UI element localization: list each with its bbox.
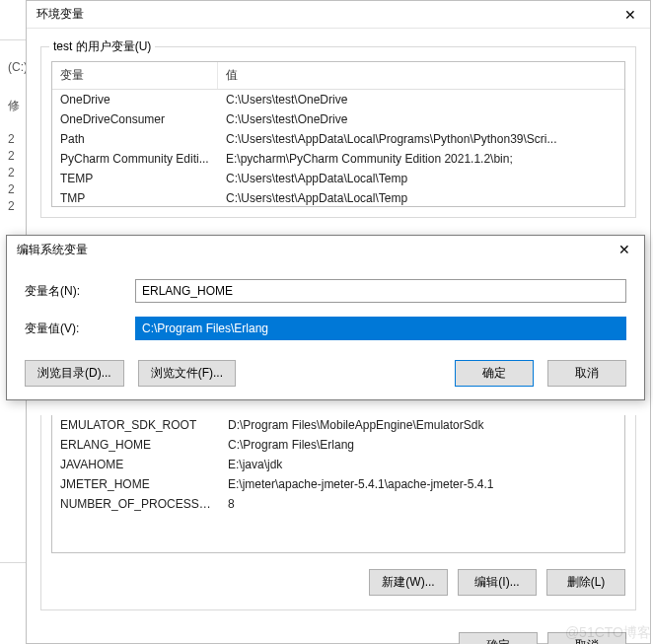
table-row[interactable]: EMULATOR_SDK_ROOTD:\Program Files\Mobile… <box>52 415 624 435</box>
bg-text: 2 <box>8 182 26 196</box>
delete-button[interactable]: 删除(L) <box>546 569 625 596</box>
table-row[interactable]: OneDriveConsumerC:\Users\test\OneDrive <box>52 109 624 129</box>
group-legend: test 的用户变量(U) <box>49 38 155 55</box>
cell-name: OneDrive <box>52 90 218 109</box>
browse-directory-button[interactable]: 浏览目录(D)... <box>25 360 124 387</box>
cell-name: OneDriveConsumer <box>52 109 218 129</box>
new-button[interactable]: 新建(W)... <box>369 569 448 596</box>
cell-value: E:\java\jdk <box>220 455 624 474</box>
close-icon[interactable]: ✕ <box>611 1 650 29</box>
system-variables-table[interactable]: EMULATOR_SDK_ROOTD:\Program Files\Mobile… <box>51 415 625 553</box>
bg-text: 2 <box>8 199 26 213</box>
variable-value-label: 变量值(V): <box>25 321 135 337</box>
cell-name: JMETER_HOME <box>52 474 220 494</box>
user-variables-group: test 的用户变量(U) 变量 值 OneDriveC:\Users\test… <box>40 46 636 218</box>
cell-value: D:\Program Files\MobileAppEngine\Emulato… <box>220 415 624 435</box>
cell-name: PyCharm Community Editi... <box>52 149 218 169</box>
cell-name: ERLANG_HOME <box>52 435 220 455</box>
table-row[interactable]: ERLANG_HOMEC:\Program Files\Erlang <box>52 435 624 455</box>
edit-system-variable-dialog: 编辑系统变量 ✕ 变量名(N): 变量值(V): 浏览目录(D)... 浏览文件… <box>6 235 645 400</box>
titlebar[interactable]: 环境变量 ✕ <box>27 1 650 29</box>
cell-value: C:\Users\test\OneDrive <box>218 109 624 129</box>
column-header-value[interactable]: 值 <box>218 62 624 89</box>
cell-name: TMP <box>52 188 218 207</box>
cell-value: C:\Users\test\OneDrive <box>218 90 624 109</box>
cell-name: Path <box>52 129 218 149</box>
cell-name: TEMP <box>52 169 218 188</box>
system-variables-group: EMULATOR_SDK_ROOTD:\Program Files\Mobile… <box>40 415 636 610</box>
table-row[interactable]: OneDriveC:\Users\test\OneDrive <box>52 90 624 109</box>
edit-button[interactable]: 编辑(I)... <box>458 569 537 596</box>
user-variables-table[interactable]: 变量 值 OneDriveC:\Users\test\OneDriveOneDr… <box>51 61 625 207</box>
variable-value-input[interactable] <box>135 317 626 340</box>
ok-button[interactable]: 确定 <box>455 360 534 387</box>
ok-button[interactable]: 确定 <box>459 632 538 644</box>
cell-value: 8 <box>220 494 624 514</box>
table-row[interactable]: JMETER_HOMEE:\jmeter\apache-jmeter-5.4.1… <box>52 474 624 494</box>
close-icon[interactable]: ✕ <box>605 236 644 263</box>
table-row[interactable]: NUMBER_OF_PROCESSORS8 <box>52 494 624 514</box>
cell-name: JAVAHOME <box>52 455 220 474</box>
bg-text: 2 <box>8 166 26 179</box>
dialog-title: 编辑系统变量 <box>17 242 605 258</box>
cell-value: C:\Users\test\AppData\Local\Temp <box>218 169 624 188</box>
table-row[interactable]: PathC:\Users\test\AppData\Local\Programs… <box>52 129 624 149</box>
watermark: @51CTO博客 <box>565 624 651 642</box>
background-strip: (C:) 修 2 2 2 2 2 <box>0 49 26 247</box>
cell-value: E:\jmeter\apache-jmeter-5.4.1\apache-jme… <box>220 474 624 494</box>
dialog-title: 环境变量 <box>36 6 611 23</box>
cell-value: C:\Users\test\AppData\Local\Temp <box>218 188 624 207</box>
table-row[interactable]: TEMPC:\Users\test\AppData\Local\Temp <box>52 169 624 188</box>
variable-name-input[interactable] <box>135 279 626 303</box>
bg-text: (C:) <box>8 60 26 74</box>
column-header-name[interactable]: 变量 <box>52 62 218 89</box>
cancel-button[interactable]: 取消 <box>547 360 626 387</box>
cell-value: C:\Users\test\AppData\Local\Programs\Pyt… <box>218 129 624 149</box>
cell-name: EMULATOR_SDK_ROOT <box>52 415 220 435</box>
variable-name-label: 变量名(N): <box>25 283 135 300</box>
bg-text: 2 <box>8 132 26 146</box>
table-row[interactable]: JAVAHOMEE:\java\jdk <box>52 455 624 474</box>
titlebar[interactable]: 编辑系统变量 ✕ <box>7 236 644 263</box>
bg-text: 2 <box>8 149 26 163</box>
cell-value: E:\pycharm\PyCharm Community Edition 202… <box>218 149 624 169</box>
browse-file-button[interactable]: 浏览文件(F)... <box>138 360 236 387</box>
table-row[interactable]: TMPC:\Users\test\AppData\Local\Temp <box>52 188 624 207</box>
cell-value: C:\Program Files\Erlang <box>220 435 624 455</box>
bg-text: 修 <box>8 98 26 114</box>
cell-name: NUMBER_OF_PROCESSORS <box>52 494 220 514</box>
table-row[interactable]: PyCharm Community Editi...E:\pycharm\PyC… <box>52 149 624 169</box>
